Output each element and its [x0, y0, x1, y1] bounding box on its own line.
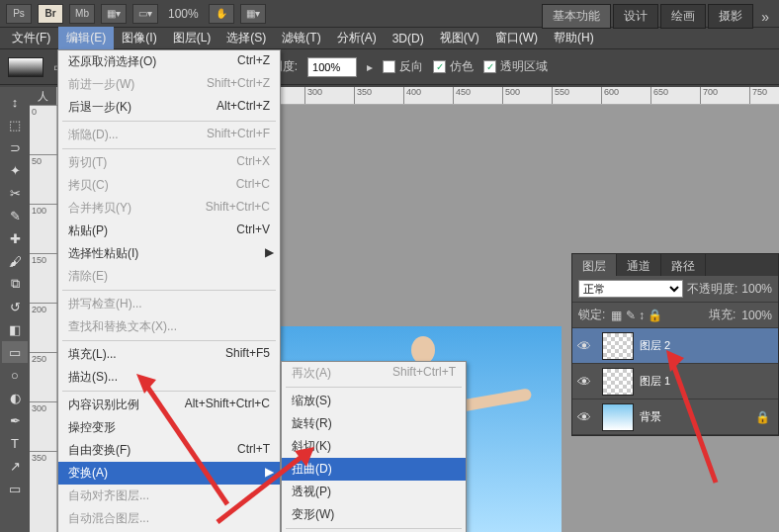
brush-tool-icon[interactable]: 🖌	[2, 250, 28, 272]
menu-help[interactable]: 帮助(H)	[546, 27, 602, 49]
layer-name[interactable]: 图层 1	[640, 374, 670, 389]
menu-item: 拷贝(C)Ctrl+C	[58, 174, 280, 197]
layer-name[interactable]: 图层 2	[640, 338, 670, 353]
view-extras-icon[interactable]: ▦▾	[101, 4, 127, 24]
menu-item[interactable]: 操控变形	[58, 416, 280, 439]
pen-tool-icon[interactable]: ✒	[2, 409, 28, 431]
reverse-checkbox[interactable]: 反向	[383, 58, 423, 75]
layer-opacity-value[interactable]: 100%	[741, 282, 772, 296]
visibility-icon[interactable]: 👁	[572, 374, 596, 390]
menu-file[interactable]: 文件(F)	[4, 27, 58, 49]
menu-item[interactable]: 还原取消选择(O)Ctrl+Z	[58, 50, 280, 73]
menu-item[interactable]: 变形(W)	[282, 503, 466, 526]
move-tool-icon[interactable]: ↕	[2, 91, 28, 113]
ruler-h-tick: 300	[304, 87, 322, 105]
workspace-switcher: 基本功能 设计 绘画 摄影 »	[542, 4, 775, 29]
gradient-swatch[interactable]	[8, 57, 43, 77]
menu-item: 合并拷贝(Y)Shift+Ctrl+C	[58, 197, 280, 220]
dodge-tool-icon[interactable]: ◐	[2, 387, 28, 408]
ruler-h-tick: 700	[700, 87, 718, 105]
menu-item: 拼写检查(H)...	[58, 293, 280, 315]
eyedropper-tool-icon[interactable]: ✎	[2, 205, 28, 226]
menu-item[interactable]: 变换(A)▶	[58, 462, 280, 485]
menu-filter[interactable]: 滤镜(T)	[274, 27, 328, 49]
paths-tab[interactable]: 路径	[661, 254, 706, 276]
menu-item[interactable]: 填充(L)...Shift+F5	[58, 343, 280, 366]
hand-icon[interactable]: ✋	[209, 4, 234, 24]
arrange-icon[interactable]: ▦▾	[240, 4, 266, 24]
menu-item: 自动混合图层...	[58, 507, 280, 530]
workspace-more-icon[interactable]: »	[755, 9, 775, 25]
menu-window[interactable]: 窗口(W)	[487, 27, 546, 49]
wand-tool-icon[interactable]: ✦	[2, 159, 28, 181]
menu-select[interactable]: 选择(S)	[218, 27, 274, 49]
layer-thumbnail[interactable]	[602, 368, 634, 396]
dither-checkbox[interactable]: ✓仿色	[433, 58, 474, 75]
menu-item[interactable]: 旋转(R)	[282, 412, 466, 435]
fill-value[interactable]: 100%	[741, 309, 772, 322]
workspace-tab-basic[interactable]: 基本功能	[542, 4, 611, 29]
blur-tool-icon[interactable]: ○	[2, 364, 28, 386]
ruler-v-tick: 150	[30, 253, 57, 266]
menu-image[interactable]: 图像(I)	[114, 27, 164, 49]
menu-3d[interactable]: 3D(D)	[385, 29, 432, 48]
menu-item[interactable]: 内容识别比例Alt+Shift+Ctrl+C	[58, 394, 280, 416]
visibility-icon[interactable]: 👁	[572, 338, 596, 354]
layer-row[interactable]: 👁背景🔒	[572, 399, 778, 435]
menu-layer[interactable]: 图层(L)	[165, 27, 219, 49]
crop-tool-icon[interactable]: ✂	[2, 182, 28, 204]
visibility-icon[interactable]: 👁	[572, 409, 596, 425]
path-tool-icon[interactable]: ↗	[2, 455, 28, 477]
workspace-tab-design[interactable]: 设计	[613, 4, 658, 29]
type-tool-icon[interactable]: T	[2, 432, 28, 454]
lock-label: 锁定:	[578, 307, 605, 323]
blend-mode-select[interactable]: 正常	[578, 280, 683, 298]
menu-item: 剪切(T)Ctrl+X	[58, 151, 280, 174]
menu-item: 再次(A)Shift+Ctrl+T	[282, 362, 466, 385]
ruler-v-tick: 100	[30, 204, 57, 217]
layer-thumbnail[interactable]	[602, 403, 634, 431]
workspace-tab-paint[interactable]: 绘画	[660, 4, 706, 29]
shape-tool-icon[interactable]: ▭	[2, 478, 28, 499]
layer-row[interactable]: 👁图层 2	[572, 328, 778, 364]
ruler-v-tick: 50	[30, 154, 57, 167]
menu-item[interactable]: 缩放(S)	[282, 390, 466, 412]
workspace-tab-photo[interactable]: 摄影	[708, 4, 753, 29]
marquee-tool-icon[interactable]: ⬚	[2, 114, 28, 135]
history-brush-icon[interactable]: ↺	[2, 296, 28, 317]
menu-item[interactable]: 后退一步(K)Alt+Ctrl+Z	[58, 96, 280, 119]
channels-tab[interactable]: 通道	[617, 254, 661, 276]
layer-name[interactable]: 背景	[640, 409, 661, 424]
menu-item[interactable]: 斜切(K)	[282, 435, 466, 458]
menu-edit[interactable]: 编辑(E)	[58, 27, 114, 49]
zoom-level[interactable]: 100%	[168, 7, 199, 21]
document-tab[interactable]: 人	[30, 87, 56, 105]
ruler-h-tick: 450	[453, 87, 471, 105]
layer-thumbnail[interactable]	[602, 332, 634, 360]
menu-item[interactable]: 扭曲(D)	[282, 458, 466, 481]
ps-icon[interactable]: Ps	[6, 4, 32, 24]
layers-tab[interactable]: 图层	[572, 254, 617, 276]
menu-item[interactable]: 自由变换(F)Ctrl+T	[58, 439, 280, 462]
menu-item[interactable]: 选择性粘贴(I)▶	[58, 242, 280, 265]
heal-tool-icon[interactable]: ✚	[2, 227, 28, 249]
minibridge-icon[interactable]: Mb	[69, 4, 95, 24]
menu-item[interactable]: 透视(P)	[282, 481, 466, 503]
bridge-icon[interactable]: Br	[38, 4, 63, 24]
lock-icons[interactable]: ▦ ✎ ↕ 🔒	[611, 309, 662, 322]
menu-item[interactable]: 粘贴(P)Ctrl+V	[58, 220, 280, 242]
layer-row[interactable]: 👁图层 1	[572, 364, 778, 399]
menu-view[interactable]: 视图(V)	[432, 27, 487, 49]
gradient-tool-icon[interactable]: ▭	[2, 341, 28, 363]
eraser-tool-icon[interactable]: ◧	[2, 318, 28, 340]
opacity-input[interactable]	[307, 57, 357, 77]
ruler-v-tick: 250	[30, 352, 57, 365]
lasso-tool-icon[interactable]: ⊃	[2, 136, 28, 158]
transparency-checkbox[interactable]: ✓透明区域	[483, 58, 548, 75]
menu-analysis[interactable]: 分析(A)	[329, 27, 385, 49]
menu-item[interactable]: 描边(S)...	[58, 366, 280, 389]
screen-mode-icon[interactable]: ▭▾	[132, 4, 158, 24]
menu-item: 自动对齐图层...	[58, 485, 280, 507]
submenu-arrow-icon: ▶	[265, 465, 274, 479]
stamp-tool-icon[interactable]: ⧉	[2, 273, 28, 295]
